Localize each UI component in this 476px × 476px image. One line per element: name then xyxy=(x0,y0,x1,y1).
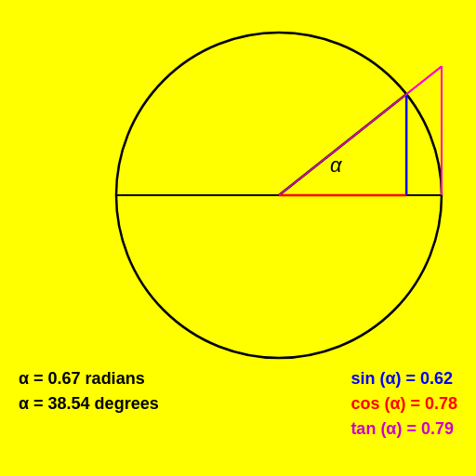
sin-display: sin (α) = 0.62 xyxy=(350,369,457,389)
tan-display: tan (α) = 0.79 xyxy=(350,419,457,439)
trig-values: sin (α) = 0.62 cos (α) = 0.78 tan (α) = … xyxy=(350,369,457,439)
info-panel: α = 0.67 radians α = 38.54 degrees sin (… xyxy=(0,369,476,439)
degrees-display: α = 38.54 degrees xyxy=(19,394,159,414)
radians-display: α = 0.67 radians xyxy=(19,369,159,389)
cos-display: cos (α) = 0.78 xyxy=(350,394,457,414)
angle-info: α = 0.67 radians α = 38.54 degrees xyxy=(19,369,159,439)
